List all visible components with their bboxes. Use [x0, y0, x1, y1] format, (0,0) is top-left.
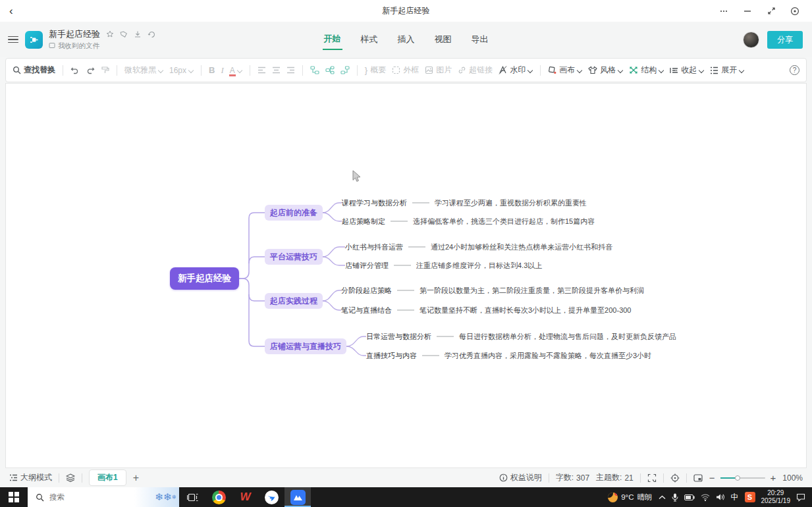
mindmap-canvas[interactable] — [5, 83, 807, 468]
wifi-icon[interactable] — [701, 494, 710, 501]
mindmap-child-row[interactable]: 直播技巧与内容学习优秀直播内容，采用露脸与不露脸策略，每次直播至少3小时 — [366, 351, 651, 361]
doc-location[interactable]: 我收到的文件 — [58, 41, 99, 51]
mindmap-child-row[interactable]: 日常运营与数据分析每日进行数据榜单分析，处理物流与售后问题，及时更新负反馈产品 — [366, 332, 676, 342]
mindmap-branch-node[interactable]: 平台运营技巧 — [265, 249, 323, 265]
windows-start-button[interactable] — [0, 487, 28, 507]
chrome-icon[interactable] — [205, 487, 232, 507]
canvas-button[interactable]: 画布 — [548, 65, 582, 76]
mindmap-app-icon[interactable] — [284, 487, 311, 507]
watermark-button[interactable]: 水印 — [499, 65, 533, 76]
outline-mode-button[interactable]: 大纲模式 — [9, 472, 52, 483]
mindmap-branch-node[interactable]: 起店实践过程 — [265, 293, 323, 309]
zoom-slider-handle[interactable] — [735, 475, 740, 481]
connector-line — [397, 290, 414, 291]
microphone-icon[interactable] — [672, 493, 678, 502]
ribbon-tabs: 开始 样式 插入 视图 导出 — [323, 29, 490, 50]
mindmap-branch-node[interactable]: 起店前的准备 — [265, 205, 323, 221]
italic-button[interactable]: I — [221, 65, 223, 76]
frame-button[interactable]: 外框 — [392, 65, 419, 76]
mindmap-child-row[interactable]: 起店策略制定选择偏低客单价，挑选三个类目进行起店，制作15篇内容 — [342, 217, 595, 227]
target-mode-icon[interactable] — [790, 6, 800, 16]
more-icon[interactable] — [718, 6, 729, 16]
image-button[interactable]: 图片 — [425, 65, 452, 76]
back-chevron-icon[interactable]: ‹ — [9, 5, 13, 18]
tab-view[interactable]: 视图 — [433, 30, 453, 49]
align-left-button[interactable] — [257, 67, 266, 74]
help-icon[interactable]: ? — [790, 65, 799, 75]
tab-home[interactable]: 开始 — [323, 29, 342, 50]
canvas-tab[interactable]: 画布1 — [89, 469, 126, 486]
zoom-level: 100% — [782, 473, 803, 483]
weather-tray-widget[interactable]: 1 9°C 晴朗 — [608, 493, 652, 502]
bold-button[interactable]: B — [209, 65, 215, 75]
dingtalk-icon[interactable] — [258, 487, 284, 507]
font-color-button[interactable]: A — [230, 67, 242, 74]
font-family-select[interactable]: 微软雅黑 — [124, 65, 163, 76]
mindmap-branch-node[interactable]: 店铺运营与直播技巧 — [265, 338, 346, 354]
style-button[interactable]: 风格 — [588, 65, 623, 76]
speaker-icon[interactable] — [716, 493, 725, 501]
minimap-icon[interactable] — [693, 474, 703, 482]
zoom-slider-track[interactable] — [720, 477, 765, 479]
outline-summary-button[interactable]: }概要 — [365, 65, 386, 76]
redo-button[interactable] — [86, 66, 95, 74]
insert-child-topic-button[interactable] — [325, 66, 335, 74]
format-painter-button[interactable] — [101, 66, 109, 74]
watermark-icon — [499, 66, 507, 74]
zoom-in-button[interactable]: + — [771, 472, 776, 483]
expand-icon — [710, 67, 718, 74]
insert-sibling-topic-button[interactable] — [310, 66, 319, 74]
taskbar-search[interactable]: ❄❄❄ — [28, 487, 179, 507]
font-size-select[interactable]: 16px — [169, 66, 194, 75]
zoom-out-button[interactable]: − — [709, 472, 715, 483]
structure-button[interactable]: 结构 — [629, 65, 664, 76]
restore-icon[interactable] — [766, 6, 776, 16]
share-button[interactable]: 分享 — [767, 31, 803, 49]
tab-insert[interactable]: 插入 — [396, 30, 416, 49]
mindmap-child-row[interactable]: 分阶段起店策略第一阶段以数量为主，第二阶段注重质量，第三阶段提升客单价与利润 — [341, 286, 644, 296]
expand-button[interactable]: 展开 — [710, 65, 744, 76]
undo-button[interactable] — [70, 66, 80, 74]
mindmap-child-row[interactable]: 小红书与抖音运营通过24小时加够粉丝和关注热点榜单来运营小红书和抖音 — [345, 242, 612, 252]
mindmap-child-row[interactable]: 笔记与直播结合笔记数量坚持不断，直播时长每次3小时以上，提升单量至200-300 — [341, 306, 632, 315]
weather-snow-widget[interactable]: ❄❄❄ — [134, 487, 179, 507]
mindmap-child-row[interactable]: 课程学习与数据分析学习课程至少两遍，重视数据分析积累的重要性 — [342, 198, 587, 208]
collapse-button[interactable]: 收起 — [670, 65, 704, 76]
battery-icon[interactable] — [684, 494, 695, 500]
hidden-icons-chevron[interactable] — [659, 495, 666, 500]
mindmap-child-row[interactable]: 店铺评分管理注重店铺多维度评分，目标达到4.3以上 — [345, 261, 542, 271]
link-icon — [458, 66, 466, 74]
task-view-button[interactable] — [179, 487, 205, 507]
user-avatar[interactable] — [743, 32, 759, 48]
layers-icon[interactable] — [66, 473, 75, 482]
hyperlink-button[interactable]: 超链接 — [458, 65, 493, 76]
word-count: 字数:307 — [556, 472, 589, 483]
fullscreen-icon[interactable] — [647, 473, 657, 483]
moon-weather-icon: 1 — [608, 493, 618, 502]
notification-center-icon[interactable] — [796, 493, 805, 502]
app-logo-icon[interactable] — [25, 31, 43, 49]
history-sync-icon[interactable] — [148, 30, 156, 38]
find-replace-button[interactable]: 查找替换 — [13, 65, 55, 76]
rights-info-button[interactable]: 权益说明 — [499, 472, 542, 483]
outline-mode-icon — [9, 474, 18, 481]
star-icon[interactable] — [106, 30, 114, 38]
tab-export[interactable]: 导出 — [470, 30, 490, 49]
menu-icon[interactable] — [8, 34, 18, 45]
search-input[interactable] — [49, 493, 128, 501]
locate-center-icon[interactable] — [670, 473, 680, 483]
sogou-input-icon[interactable]: S — [745, 492, 755, 502]
minimize-icon[interactable] — [742, 6, 753, 16]
mindmap-root-node[interactable]: 新手起店经验 — [170, 267, 239, 290]
wps-icon[interactable]: W — [232, 487, 258, 507]
download-icon[interactable] — [134, 30, 142, 38]
add-canvas-button[interactable]: + — [133, 472, 139, 484]
tag-icon[interactable] — [120, 30, 128, 38]
ime-indicator[interactable]: 中 — [731, 492, 739, 503]
tab-style[interactable]: 样式 — [360, 30, 379, 49]
align-center-button[interactable] — [272, 67, 281, 74]
taskbar-clock[interactable]: 20:29 2025/1/19 — [761, 489, 791, 505]
insert-parent-topic-button[interactable] — [340, 66, 350, 74]
align-right-button[interactable] — [286, 67, 295, 74]
search-icon — [13, 66, 21, 74]
